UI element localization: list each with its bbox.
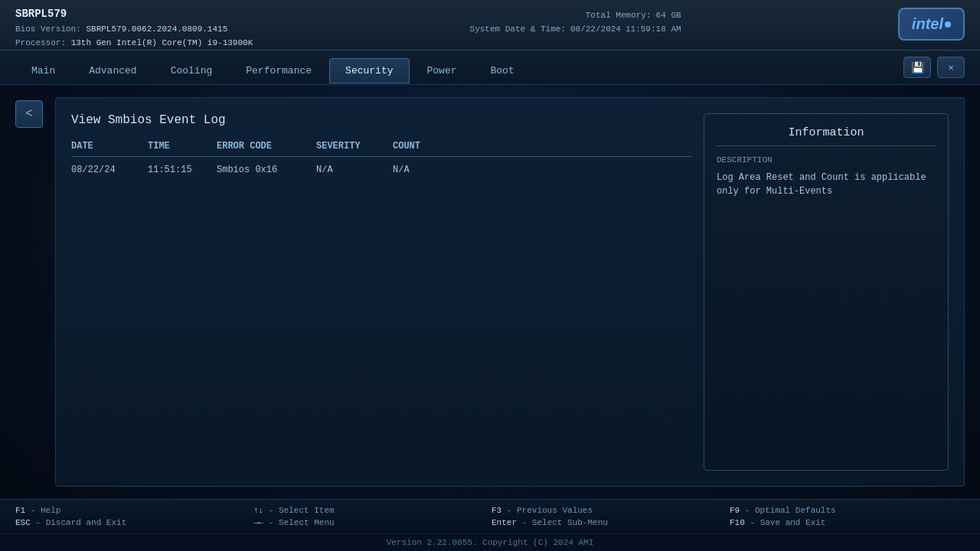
th-count: COUNT [393, 141, 454, 152]
esc-key: ESC [15, 518, 31, 527]
description-label: DESCRIPTION [717, 155, 936, 165]
processor-label: Processor: [15, 38, 66, 47]
th-date: DATE [71, 141, 148, 152]
f1-label: Help [41, 506, 60, 515]
header-center: Total Memory: 64 GB System Date & Time: … [470, 8, 681, 36]
tab-main[interactable]: Main [15, 58, 71, 83]
total-memory-value: 64 GB [656, 9, 681, 23]
enter-arrow-label: Select Menu [279, 518, 335, 527]
footer: F1 - Help ↑↓ - Select Item F3 - Previous… [0, 499, 980, 533]
footer-arrow: ↑↓ - Select Item [253, 506, 488, 515]
td-severity: N/A [316, 165, 393, 175]
datetime-label: System Date & Time: [470, 23, 566, 37]
td-date: 08/22/24 [71, 165, 148, 175]
footer-f3: F3 - Previous Values [492, 506, 727, 515]
back-icon: < [25, 107, 33, 121]
footer-f1: F1 - Help [15, 506, 250, 515]
th-error-code: ERROR CODE [217, 141, 316, 152]
enter-arrow-key: →← [253, 518, 263, 527]
close-icon: ✕ [948, 62, 953, 73]
td-error-code: Smbios 0x16 [217, 165, 316, 175]
arrow-label: Select Item [279, 506, 335, 515]
info-panel-title: Information [717, 126, 936, 146]
header: SBRPL579 Bios Version: SBRPL579.0062.202… [0, 0, 980, 51]
td-time: 11:51:15 [148, 165, 217, 175]
footer-f10: F10 - Save and Exit [730, 518, 965, 527]
f9-key: F9 [730, 506, 740, 515]
date-value: 08/22/2024 [570, 23, 621, 37]
datetime-row: System Date & Time: 08/22/2024 11:59:18 … [470, 23, 681, 37]
footer-enter-arrow: →← - Select Menu [253, 518, 488, 527]
description-text: Log Area Reset and Count is applicable o… [717, 171, 936, 198]
tab-boot[interactable]: Boot [475, 58, 531, 83]
save-icon-button[interactable]: 💾 [903, 57, 931, 78]
table-header: DATE TIME ERROR CODE SEVERITY COUNT [71, 136, 691, 157]
section-title: View Smbios Event Log [71, 113, 691, 127]
intel-logo-circle [945, 21, 951, 28]
enter-key: Enter [492, 518, 517, 527]
td-count: N/A [393, 165, 454, 175]
version-bar: Version 2.22.0055. Copyright (C) 2024 AM… [0, 533, 980, 551]
back-button[interactable]: < [15, 100, 43, 128]
nav-right-icons: 💾 ✕ [903, 57, 965, 84]
tab-security[interactable]: Security [329, 58, 409, 83]
f1-key: F1 [15, 506, 25, 515]
bios-value: SBRPL579.0062.2024.0809.1415 [86, 24, 227, 34]
close-icon-button[interactable]: ✕ [937, 57, 965, 78]
tab-performance[interactable]: Performance [230, 58, 328, 83]
processor-value: 13th Gen Intel(R) Core(TM) i9-13900K [71, 38, 253, 47]
tab-cooling[interactable]: Cooling [155, 58, 229, 83]
footer-esc: ESC - Discard and Exit [15, 518, 250, 527]
version-text: Version 2.22.0055. Copyright (C) 2024 AM… [387, 538, 594, 547]
header-right: intel [898, 8, 965, 48]
main-content: < View Smbios Event Log DATE TIME ERROR … [0, 85, 980, 499]
table-row[interactable]: 08/22/24 11:51:15 Smbios 0x16 N/A N/A [71, 160, 691, 180]
nav-bar: Main Advanced Cooling Performance Securi… [0, 51, 980, 85]
th-severity: SEVERITY [316, 141, 393, 152]
system-id: SBRPL579 [15, 8, 253, 20]
tab-advanced[interactable]: Advanced [73, 58, 152, 83]
save-icon: 💾 [911, 61, 924, 74]
f3-label: Previous Values [517, 506, 593, 515]
intel-logo-text: intel [912, 15, 943, 33]
event-log-section: View Smbios Event Log DATE TIME ERROR CO… [71, 113, 691, 471]
info-panel: Information DESCRIPTION Log Area Reset a… [704, 113, 949, 471]
f10-key: F10 [730, 518, 745, 527]
tab-power[interactable]: Power [411, 58, 473, 83]
f9-label: Optimal Defaults [755, 506, 836, 515]
esc-label: Discard and Exit [46, 518, 127, 527]
enter-label: Select Sub-Menu [532, 518, 608, 527]
footer-f9: F9 - Optimal Defaults [730, 506, 965, 515]
content-panel: View Smbios Event Log DATE TIME ERROR CO… [55, 97, 965, 487]
bios-label: Bios Version: [15, 24, 81, 34]
f10-label: Save and Exit [760, 518, 826, 527]
time-value: 11:59:18 AM [626, 23, 681, 37]
arrow-key: ↑↓ [253, 506, 263, 515]
th-time: TIME [148, 141, 217, 152]
footer-enter: Enter - Select Sub-Menu [492, 518, 727, 527]
memory-row: Total Memory: 64 GB [586, 9, 681, 23]
intel-logo: intel [898, 8, 965, 41]
header-left: SBRPL579 Bios Version: SBRPL579.0062.202… [15, 8, 253, 50]
f3-key: F3 [492, 506, 501, 515]
bios-info: Bios Version: SBRPL579.0062.2024.0809.14… [15, 23, 253, 50]
total-memory-label: Total Memory: [586, 9, 652, 23]
